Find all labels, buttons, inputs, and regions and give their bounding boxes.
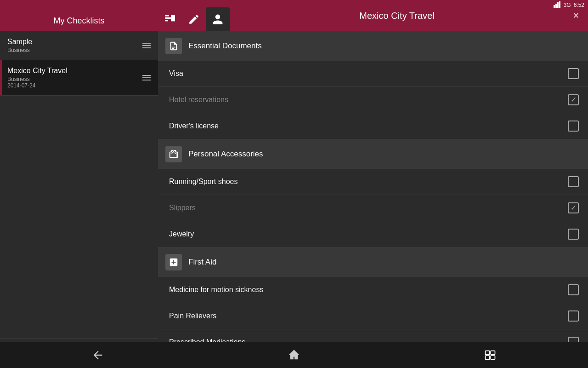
content-header: Mexico City Travel × bbox=[158, 0, 588, 31]
signal-type: 3G bbox=[564, 2, 571, 8]
hamburger-icon-sample[interactable] bbox=[142, 43, 151, 48]
item-name-hotel-res: Hotel reservations bbox=[169, 96, 228, 104]
checkbox-visa[interactable] bbox=[568, 68, 579, 79]
sidebar-item-info-sample: Sample Business bbox=[7, 38, 142, 53]
item-name-running-shoes: Running/Sport shoes bbox=[169, 178, 237, 186]
personal-acc-name: Personal Accessories bbox=[188, 150, 263, 159]
checkbox-pain-relief[interactable] bbox=[568, 310, 579, 322]
sidebar: My Checklists Sample Business Mexic bbox=[0, 0, 158, 368]
status-bar: 3G 6:52 bbox=[533, 0, 588, 10]
item-name-slippers: Slippers bbox=[169, 204, 196, 212]
content-panel: Mexico City Travel × Essential Documents bbox=[158, 0, 588, 368]
sidebar-header: My Checklists bbox=[0, 0, 158, 31]
item-pain-relief[interactable]: Pain Relievers bbox=[158, 303, 588, 329]
checkbox-hotel-res[interactable] bbox=[568, 94, 579, 105]
sidebar-item-sample[interactable]: Sample Business bbox=[0, 31, 158, 60]
svg-rect-7 bbox=[171, 15, 175, 21]
content-title: Mexico City Travel bbox=[230, 0, 564, 31]
item-name-motion-sick: Medicine for motion sickness bbox=[169, 286, 263, 294]
checkbox-motion-sick[interactable] bbox=[568, 284, 579, 295]
item-motion-sick[interactable]: Medicine for motion sickness bbox=[158, 277, 588, 303]
svg-rect-4 bbox=[165, 15, 169, 16]
item-jewelry[interactable]: Jewelry bbox=[158, 221, 588, 247]
app-container: 3G 6:52 My Checklists Sample Business bbox=[0, 0, 588, 368]
nav-home-btn[interactable] bbox=[276, 349, 312, 362]
category-essential-docs: Essential Documents bbox=[158, 31, 588, 61]
tab-edit[interactable] bbox=[182, 7, 206, 31]
first-aid-name: First Aid bbox=[188, 258, 216, 267]
item-visa[interactable]: Visa bbox=[158, 61, 588, 87]
bottom-nav bbox=[0, 342, 588, 368]
item-slippers[interactable]: Slippers bbox=[158, 195, 588, 221]
svg-rect-0 bbox=[554, 5, 555, 8]
svg-rect-5 bbox=[165, 17, 171, 19]
item-hotel-res[interactable]: Hotel reservations bbox=[158, 87, 588, 113]
item-name-jewelry: Jewelry bbox=[169, 230, 194, 238]
sidebar-item-name-mexico: Mexico City Travel bbox=[7, 67, 142, 75]
sidebar-item-category-sample: Business bbox=[7, 47, 142, 53]
item-name-drivers-license: Driver's license bbox=[169, 122, 219, 130]
svg-rect-10 bbox=[485, 356, 489, 359]
header-tabs bbox=[158, 0, 230, 31]
checklist-content: Essential Documents Visa Hotel reservati… bbox=[158, 31, 588, 368]
svg-rect-2 bbox=[557, 2, 559, 8]
sidebar-item-name-sample: Sample bbox=[7, 38, 142, 46]
main-area: My Checklists Sample Business Mexic bbox=[0, 0, 588, 368]
tab-layout[interactable] bbox=[158, 7, 182, 31]
item-name-pain-relief: Pain Relievers bbox=[169, 312, 216, 320]
sidebar-item-info-mexico: Mexico City Travel Business 2014-07-24 bbox=[7, 67, 142, 89]
sidebar-item-mexico[interactable]: Mexico City Travel Business 2014-07-24 bbox=[0, 60, 158, 96]
svg-rect-3 bbox=[559, 1, 560, 8]
essential-docs-icon bbox=[165, 38, 182, 54]
first-aid-icon bbox=[165, 254, 182, 270]
item-name-visa: Visa bbox=[169, 69, 183, 78]
sidebar-list: Sample Business Mexico City Travel Busin… bbox=[0, 31, 158, 338]
svg-rect-8 bbox=[485, 351, 489, 355]
item-drivers-license[interactable]: Driver's license bbox=[158, 113, 588, 139]
svg-rect-11 bbox=[491, 356, 495, 359]
sidebar-title: My Checklists bbox=[53, 16, 104, 26]
svg-rect-6 bbox=[165, 20, 168, 21]
sidebar-item-date-mexico: 2014-07-24 bbox=[7, 82, 142, 89]
checkbox-drivers-license[interactable] bbox=[568, 121, 579, 132]
clock: 6:52 bbox=[574, 2, 584, 8]
svg-rect-9 bbox=[491, 351, 495, 355]
signal-icon bbox=[554, 1, 561, 9]
essential-docs-name: Essential Documents bbox=[188, 41, 262, 51]
tab-view[interactable] bbox=[206, 7, 230, 31]
checkbox-running-shoes[interactable] bbox=[568, 176, 579, 187]
sidebar-item-category-mexico: Business bbox=[7, 76, 142, 82]
checkbox-jewelry[interactable] bbox=[568, 229, 579, 240]
category-first-aid: First Aid bbox=[158, 247, 588, 277]
personal-acc-icon bbox=[165, 146, 182, 162]
svg-rect-1 bbox=[555, 4, 557, 8]
hamburger-icon-mexico[interactable] bbox=[142, 75, 151, 80]
nav-recents-btn[interactable] bbox=[472, 349, 509, 362]
checkbox-slippers[interactable] bbox=[568, 202, 579, 213]
item-running-shoes[interactable]: Running/Sport shoes bbox=[158, 169, 588, 195]
category-personal-acc: Personal Accessories bbox=[158, 139, 588, 169]
nav-back-btn[interactable] bbox=[79, 349, 116, 362]
